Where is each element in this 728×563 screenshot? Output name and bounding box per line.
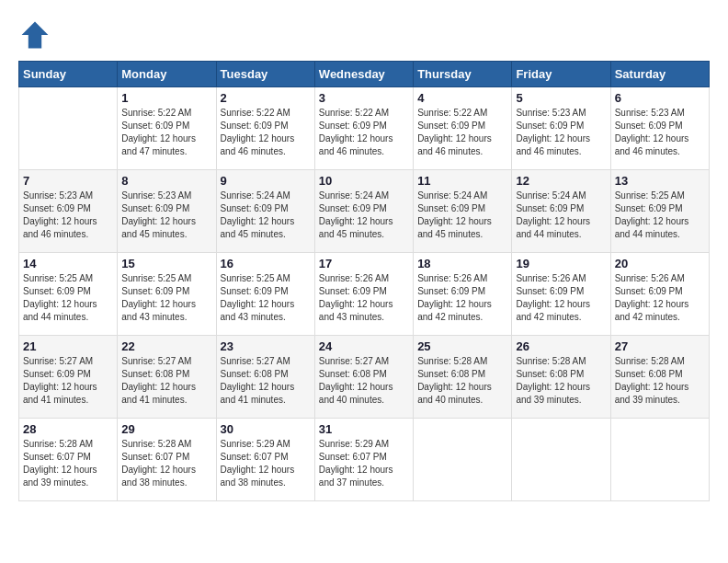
day-info: Sunrise: 5:27 AMSunset: 6:08 PMDaylight:… bbox=[319, 355, 409, 407]
day-cell: 19Sunrise: 5:26 AMSunset: 6:09 PMDayligh… bbox=[512, 253, 610, 336]
day-info: Sunrise: 5:28 AMSunset: 6:08 PMDaylight:… bbox=[516, 355, 606, 407]
day-number: 2 bbox=[221, 91, 311, 105]
day-number: 27 bbox=[615, 339, 705, 353]
day-info: Sunrise: 5:28 AMSunset: 6:07 PMDaylight:… bbox=[121, 438, 211, 489]
day-number: 26 bbox=[516, 339, 606, 353]
day-number: 20 bbox=[615, 257, 705, 270]
day-cell: 16Sunrise: 5:25 AMSunset: 6:09 PMDayligh… bbox=[216, 253, 314, 336]
day-number: 3 bbox=[319, 91, 409, 105]
day-info: Sunrise: 5:27 AMSunset: 6:08 PMDaylight:… bbox=[221, 355, 311, 407]
day-number: 17 bbox=[319, 257, 409, 270]
day-cell: 31Sunrise: 5:29 AMSunset: 6:07 PMDayligh… bbox=[314, 419, 413, 501]
week-row-4: 21Sunrise: 5:27 AMSunset: 6:09 PMDayligh… bbox=[19, 336, 710, 419]
day-number: 30 bbox=[221, 422, 311, 436]
week-row-3: 14Sunrise: 5:25 AMSunset: 6:09 PMDayligh… bbox=[19, 253, 710, 336]
day-cell: 12Sunrise: 5:24 AMSunset: 6:09 PMDayligh… bbox=[512, 170, 610, 253]
day-cell: 27Sunrise: 5:28 AMSunset: 6:08 PMDayligh… bbox=[610, 336, 709, 419]
day-info: Sunrise: 5:26 AMSunset: 6:09 PMDaylight:… bbox=[615, 272, 705, 324]
day-info: Sunrise: 5:22 AMSunset: 6:09 PMDaylight:… bbox=[417, 107, 507, 158]
day-number: 22 bbox=[121, 339, 211, 353]
day-number: 15 bbox=[121, 257, 211, 270]
day-info: Sunrise: 5:22 AMSunset: 6:09 PMDaylight:… bbox=[221, 107, 311, 158]
weekday-header-monday: Monday bbox=[118, 62, 216, 87]
day-info: Sunrise: 5:29 AMSunset: 6:07 PMDaylight:… bbox=[221, 438, 311, 489]
day-number: 23 bbox=[221, 339, 311, 353]
day-cell bbox=[19, 87, 118, 170]
day-info: Sunrise: 5:23 AMSunset: 6:09 PMDaylight:… bbox=[121, 190, 211, 241]
day-cell bbox=[512, 419, 610, 501]
day-info: Sunrise: 5:25 AMSunset: 6:09 PMDaylight:… bbox=[23, 272, 113, 324]
day-number: 18 bbox=[417, 257, 507, 270]
day-info: Sunrise: 5:25 AMSunset: 6:09 PMDaylight:… bbox=[221, 272, 311, 324]
day-info: Sunrise: 5:28 AMSunset: 6:08 PMDaylight:… bbox=[417, 355, 507, 407]
day-info: Sunrise: 5:29 AMSunset: 6:07 PMDaylight:… bbox=[319, 438, 409, 489]
day-cell: 22Sunrise: 5:27 AMSunset: 6:08 PMDayligh… bbox=[118, 336, 216, 419]
day-cell: 8Sunrise: 5:23 AMSunset: 6:09 PMDaylight… bbox=[118, 170, 216, 253]
day-cell: 5Sunrise: 5:23 AMSunset: 6:09 PMDaylight… bbox=[512, 87, 610, 170]
day-number: 11 bbox=[417, 174, 507, 188]
day-number: 5 bbox=[516, 91, 606, 105]
day-cell: 24Sunrise: 5:27 AMSunset: 6:08 PMDayligh… bbox=[314, 336, 413, 419]
day-number: 4 bbox=[417, 91, 507, 105]
day-cell: 17Sunrise: 5:26 AMSunset: 6:09 PMDayligh… bbox=[314, 253, 413, 336]
week-row-1: 1Sunrise: 5:22 AMSunset: 6:09 PMDaylight… bbox=[19, 87, 710, 170]
day-cell: 14Sunrise: 5:25 AMSunset: 6:09 PMDayligh… bbox=[19, 253, 118, 336]
day-info: Sunrise: 5:23 AMSunset: 6:09 PMDaylight:… bbox=[615, 107, 705, 158]
day-cell: 10Sunrise: 5:24 AMSunset: 6:09 PMDayligh… bbox=[314, 170, 413, 253]
day-number: 1 bbox=[121, 91, 211, 105]
day-info: Sunrise: 5:26 AMSunset: 6:09 PMDaylight:… bbox=[417, 272, 507, 324]
day-cell: 1Sunrise: 5:22 AMSunset: 6:09 PMDaylight… bbox=[118, 87, 216, 170]
day-cell: 26Sunrise: 5:28 AMSunset: 6:08 PMDayligh… bbox=[512, 336, 610, 419]
day-number: 10 bbox=[319, 174, 409, 188]
day-number: 28 bbox=[23, 422, 113, 436]
day-cell: 15Sunrise: 5:25 AMSunset: 6:09 PMDayligh… bbox=[118, 253, 216, 336]
day-number: 19 bbox=[516, 257, 606, 270]
day-info: Sunrise: 5:24 AMSunset: 6:09 PMDaylight:… bbox=[221, 190, 311, 241]
day-cell: 29Sunrise: 5:28 AMSunset: 6:07 PMDayligh… bbox=[118, 419, 216, 501]
day-info: Sunrise: 5:23 AMSunset: 6:09 PMDaylight:… bbox=[23, 190, 113, 241]
day-info: Sunrise: 5:26 AMSunset: 6:09 PMDaylight:… bbox=[319, 272, 409, 324]
day-cell bbox=[610, 419, 709, 501]
day-info: Sunrise: 5:24 AMSunset: 6:09 PMDaylight:… bbox=[319, 190, 409, 241]
weekday-header-friday: Friday bbox=[512, 62, 610, 87]
day-cell: 28Sunrise: 5:28 AMSunset: 6:07 PMDayligh… bbox=[19, 419, 118, 501]
day-info: Sunrise: 5:22 AMSunset: 6:09 PMDaylight:… bbox=[319, 107, 409, 158]
svg-marker-0 bbox=[22, 22, 49, 49]
weekday-header-tuesday: Tuesday bbox=[216, 62, 314, 87]
day-cell: 3Sunrise: 5:22 AMSunset: 6:09 PMDaylight… bbox=[314, 87, 413, 170]
day-cell: 21Sunrise: 5:27 AMSunset: 6:09 PMDayligh… bbox=[19, 336, 118, 419]
day-info: Sunrise: 5:22 AMSunset: 6:09 PMDaylight:… bbox=[121, 107, 211, 158]
day-info: Sunrise: 5:24 AMSunset: 6:09 PMDaylight:… bbox=[417, 190, 507, 241]
day-cell: 6Sunrise: 5:23 AMSunset: 6:09 PMDaylight… bbox=[610, 87, 709, 170]
day-cell bbox=[414, 419, 512, 501]
day-info: Sunrise: 5:28 AMSunset: 6:07 PMDaylight:… bbox=[23, 438, 113, 489]
day-number: 25 bbox=[417, 339, 507, 353]
day-number: 14 bbox=[23, 257, 113, 270]
day-cell: 2Sunrise: 5:22 AMSunset: 6:09 PMDaylight… bbox=[216, 87, 314, 170]
day-cell: 9Sunrise: 5:24 AMSunset: 6:09 PMDaylight… bbox=[216, 170, 314, 253]
weekday-header-saturday: Saturday bbox=[610, 62, 709, 87]
day-number: 24 bbox=[319, 339, 409, 353]
day-info: Sunrise: 5:23 AMSunset: 6:09 PMDaylight:… bbox=[516, 107, 606, 158]
day-cell: 4Sunrise: 5:22 AMSunset: 6:09 PMDaylight… bbox=[414, 87, 512, 170]
day-cell: 13Sunrise: 5:25 AMSunset: 6:09 PMDayligh… bbox=[610, 170, 709, 253]
day-number: 12 bbox=[516, 174, 606, 188]
day-cell: 25Sunrise: 5:28 AMSunset: 6:08 PMDayligh… bbox=[414, 336, 512, 419]
weekday-header-row: SundayMondayTuesdayWednesdayThursdayFrid… bbox=[19, 62, 710, 87]
logo bbox=[18, 18, 55, 52]
day-number: 6 bbox=[615, 91, 705, 105]
day-info: Sunrise: 5:27 AMSunset: 6:09 PMDaylight:… bbox=[23, 355, 113, 407]
day-cell: 11Sunrise: 5:24 AMSunset: 6:09 PMDayligh… bbox=[414, 170, 512, 253]
day-info: Sunrise: 5:25 AMSunset: 6:09 PMDaylight:… bbox=[121, 272, 211, 324]
day-number: 16 bbox=[221, 257, 311, 270]
day-number: 31 bbox=[319, 422, 409, 436]
week-row-2: 7Sunrise: 5:23 AMSunset: 6:09 PMDaylight… bbox=[19, 170, 710, 253]
day-info: Sunrise: 5:28 AMSunset: 6:08 PMDaylight:… bbox=[615, 355, 705, 407]
day-number: 29 bbox=[121, 422, 211, 436]
day-info: Sunrise: 5:27 AMSunset: 6:08 PMDaylight:… bbox=[121, 355, 211, 407]
day-info: Sunrise: 5:25 AMSunset: 6:09 PMDaylight:… bbox=[615, 190, 705, 241]
day-info: Sunrise: 5:26 AMSunset: 6:09 PMDaylight:… bbox=[516, 272, 606, 324]
day-cell: 18Sunrise: 5:26 AMSunset: 6:09 PMDayligh… bbox=[414, 253, 512, 336]
day-cell: 23Sunrise: 5:27 AMSunset: 6:08 PMDayligh… bbox=[216, 336, 314, 419]
weekday-header-thursday: Thursday bbox=[414, 62, 512, 87]
